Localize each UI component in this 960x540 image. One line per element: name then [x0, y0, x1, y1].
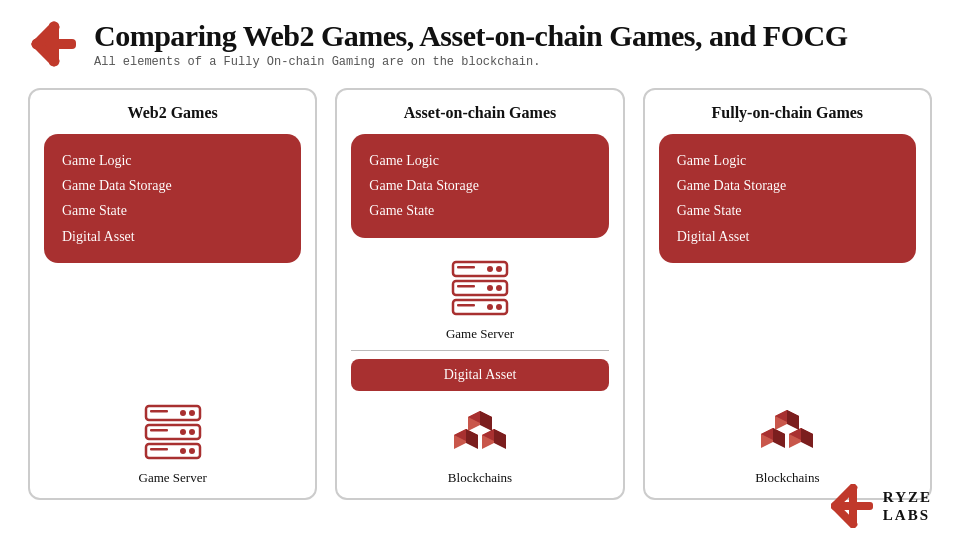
svg-point-17	[496, 266, 502, 272]
server-icon-web2	[138, 402, 208, 462]
svg-point-14	[180, 448, 186, 454]
cards-row: Web2 Games Game LogicGame Data StorageGa…	[0, 74, 960, 510]
svg-point-13	[189, 448, 195, 454]
svg-rect-7	[150, 410, 168, 413]
page-title: Comparing Web2 Games, Asset-on-chain Gam…	[94, 19, 848, 53]
ryze-logo-header-icon	[28, 18, 80, 70]
svg-point-5	[189, 410, 195, 416]
blockchain-icon-focg	[753, 402, 821, 462]
svg-point-6	[180, 410, 186, 416]
svg-marker-30	[466, 429, 478, 449]
svg-point-21	[496, 285, 502, 291]
svg-point-10	[180, 429, 186, 435]
svg-rect-11	[150, 429, 168, 432]
server-label-web2: Game Server	[139, 470, 207, 486]
svg-marker-39	[773, 428, 785, 448]
ryze-labs-logo: RYZE LABS	[831, 484, 932, 528]
card-focg-redbox: Game LogicGame Data StorageGame StateDig…	[659, 134, 916, 263]
svg-rect-27	[457, 304, 475, 307]
svg-marker-36	[480, 411, 492, 431]
svg-marker-45	[787, 410, 799, 430]
svg-point-22	[487, 285, 493, 291]
svg-rect-15	[150, 448, 168, 451]
card-asset-redbox: Game LogicGame Data StorageGame State	[351, 134, 608, 238]
blockchain-label-focg: Blockchains	[755, 470, 819, 486]
card-asset-title: Asset-on-chain Games	[404, 104, 556, 122]
blockchain-label-asset: Blockchains	[448, 470, 512, 486]
svg-point-9	[189, 429, 195, 435]
server-icon-asset	[445, 258, 515, 318]
svg-point-26	[487, 304, 493, 310]
card-focg: Fully-on-chain Games Game LogicGame Data…	[643, 88, 932, 500]
server-label-asset: Game Server	[446, 326, 514, 342]
page-subtitle: All elements of a Fully On-chain Gaming …	[94, 55, 848, 69]
svg-marker-33	[494, 429, 506, 449]
ryze-logo-icon	[831, 484, 875, 528]
digital-asset-btn: Digital Asset	[351, 359, 608, 391]
blockchain-icon-asset	[446, 407, 514, 462]
svg-marker-42	[801, 428, 813, 448]
svg-rect-23	[457, 285, 475, 288]
card-web2-title: Web2 Games	[128, 104, 218, 122]
svg-point-18	[487, 266, 493, 272]
header-text-block: Comparing Web2 Games, Asset-on-chain Gam…	[94, 19, 848, 69]
card-asset: Asset-on-chain Games Game LogicGame Data…	[335, 88, 624, 500]
header: Comparing Web2 Games, Asset-on-chain Gam…	[0, 0, 960, 74]
svg-rect-19	[457, 266, 475, 269]
svg-point-25	[496, 304, 502, 310]
card-web2-redbox: Game LogicGame Data StorageGame StateDig…	[44, 134, 301, 263]
ryze-labs-text: RYZE LABS	[883, 488, 932, 524]
card-web2: Web2 Games Game LogicGame Data StorageGa…	[28, 88, 317, 500]
card-focg-title: Fully-on-chain Games	[712, 104, 864, 122]
divider-asset	[351, 350, 608, 351]
